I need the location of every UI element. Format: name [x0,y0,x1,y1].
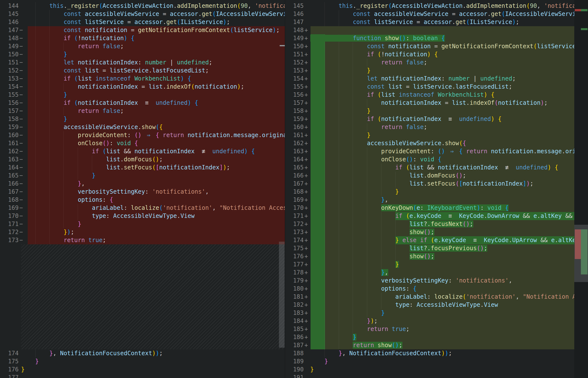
line-number[interactable]: 148 [285,26,304,34]
line-number[interactable]: 164 [285,155,304,163]
code-line-147[interactable]: 147− const notification = getNotificatio… [0,26,285,34]
line-number[interactable]: 168 [285,188,304,196]
line-number[interactable]: 179 [285,277,304,285]
line-number[interactable]: 155 [0,91,19,99]
line-number[interactable]: 163 [285,147,304,155]
code-line-164[interactable]: 164+ onClose(): void { [285,155,588,163]
code-line-174[interactable]: 174 }, NotificationFocusedContext)); [0,349,285,357]
line-number[interactable]: 184 [285,317,304,325]
line-number[interactable]: 167 [285,180,304,188]
line-number[interactable]: 144 [0,2,19,10]
line-number[interactable]: 159 [285,115,304,123]
line-number[interactable]: 162 [285,139,304,147]
code-line-158[interactable]: 158− } [0,115,285,123]
modified-editor-pane[interactable]: 145 this._register(AccessibleViewAction.… [285,0,588,378]
line-number[interactable]: 175 [285,244,304,252]
code-line-182[interactable]: 182+ type: AccessibleViewType.View [285,301,588,309]
code-line-186[interactable]: 186+ } [285,333,588,341]
line-number[interactable]: 171 [285,212,304,220]
code-line-148[interactable]: 148+ [285,26,588,34]
line-number[interactable]: 165 [285,163,304,172]
line-number[interactable]: 163 [0,155,19,163]
code-line-173[interactable]: 173+ show(); [285,228,588,236]
code-line-166[interactable]: 166− }, [0,180,285,188]
line-number[interactable]: 176 [285,252,304,260]
line-number[interactable]: 167 [0,188,19,196]
code-line-165[interactable]: 165− } [0,172,285,180]
code-line-155[interactable]: 155− } [0,91,285,99]
original-editor-pane[interactable]: 144 this._register(AccessibleViewAction.… [0,0,285,378]
code-line-162[interactable]: 162+ accessibleViewService.show({ [285,139,588,147]
line-number[interactable]: 174 [285,236,304,244]
line-number[interactable]: 150 [0,50,19,58]
code-line-190[interactable]: 190} [285,365,588,374]
code-line-176[interactable]: 176+ show(); [285,252,588,260]
code-line-172[interactable]: 172+ list?.focusNext(); [285,220,588,228]
code-line-189[interactable]: 189 } [285,357,588,365]
code-line-187[interactable]: 187+ return show(); [285,341,588,349]
line-number[interactable]: 164 [0,163,19,172]
code-line-188[interactable]: 188 }, NotificationFocusedContext)); [285,349,588,357]
code-line-178[interactable]: 178+ }, [285,269,588,277]
code-line-159[interactable]: 159+ if (notificationIndex ≡ undefined) … [285,115,588,123]
line-number[interactable]: 149 [285,34,304,42]
line-number[interactable]: 172 [285,220,304,228]
code-line-149[interactable]: 149− return false; [0,42,285,50]
line-number[interactable]: 162 [0,147,19,155]
code-line-162[interactable]: 162− if (list && notificationIndex ≢ und… [0,147,285,155]
code-line-171[interactable]: 171− } [0,220,285,228]
line-number[interactable]: 169 [285,196,304,204]
code-line-171[interactable]: 171+ if (e.keyCode ≡ KeyCode.DownArrow &… [285,212,588,220]
line-number[interactable]: 191 [285,374,304,378]
line-number[interactable]: 178 [285,269,304,277]
code-line-148[interactable]: 148− if (!notification) { [0,34,285,42]
code-line-150[interactable]: 150+ const notification = getNotificatio… [285,42,588,50]
line-number[interactable]: 171 [0,220,19,228]
line-number[interactable]: 146 [285,10,304,18]
line-number[interactable]: 166 [285,172,304,180]
code-line-160[interactable]: 160+ return false; [285,123,588,131]
diff-overview-ruler[interactable] [574,0,588,378]
code-line-151[interactable]: 151− let notificationIndex: number | und… [0,58,285,67]
line-number[interactable]: 159 [0,123,19,131]
code-line-154[interactable]: 154− notificationIndex = list.indexOf(no… [0,83,285,91]
code-line-156[interactable]: 156+ if (list instanceof WorkbenchList) … [285,91,588,99]
code-line-180[interactable]: 180+ options: { [285,285,588,293]
line-number[interactable]: 154 [285,75,304,83]
line-number[interactable]: 189 [285,357,304,365]
code-line-174[interactable]: 174+ } else if (e.keyCode ≡ KeyCode.UpAr… [285,236,588,244]
line-number[interactable]: 158 [285,107,304,115]
code-line-149[interactable]: 149+ function show(): boolean { [285,34,588,42]
line-number[interactable]: 157 [285,99,304,107]
line-number[interactable]: 148 [0,34,19,42]
code-line-177[interactable]: 177 [0,374,285,378]
code-line-153[interactable]: 153− if (list instanceof WorkbenchList) … [0,75,285,83]
code-line-167[interactable]: 167+ list.setFocus([notificationIndex]); [285,180,588,188]
code-line-167[interactable]: 167− verbositySettingKey: 'notifications… [0,188,285,196]
line-number[interactable]: 172 [0,228,19,236]
line-number[interactable]: 151 [285,50,304,58]
code-line-169[interactable]: 169+ }, [285,196,588,204]
code-line-163[interactable]: 163− list.domFocus(); [0,155,285,163]
code-line-155[interactable]: 155+ const list = listService.lastFocuse… [285,83,588,91]
code-line-183[interactable]: 183+ } [285,309,588,317]
line-number[interactable]: 153 [0,75,19,83]
line-number[interactable]: 170 [285,204,304,212]
code-line-166[interactable]: 166+ list.domFocus(); [285,172,588,180]
code-line-172[interactable]: 172− }); [0,228,285,236]
code-line-181[interactable]: 181+ ariaLabel: localize('notification',… [285,293,588,301]
line-number[interactable]: 181 [285,293,304,301]
line-number[interactable]: 152 [0,67,19,75]
code-line-170[interactable]: 170+ onKeyDown(e: IKeyboardEvent): void … [285,204,588,212]
code-line-161[interactable]: 161+ } [285,131,588,139]
code-line-145[interactable]: 145 this._register(AccessibleViewAction.… [285,2,588,10]
line-number[interactable]: 180 [285,285,304,293]
line-number[interactable]: 150 [285,42,304,50]
line-number[interactable]: 157 [0,107,19,115]
line-number[interactable]: 156 [0,99,19,107]
code-line-145[interactable]: 145 const accessibleViewService = access… [0,10,285,18]
line-number[interactable]: 165 [0,172,19,180]
code-line-170[interactable]: 170− type: AccessibleViewType.View [0,212,285,220]
code-line-144[interactable]: 144 this._register(AccessibleViewAction.… [0,2,285,10]
line-number[interactable]: 177 [285,260,304,269]
